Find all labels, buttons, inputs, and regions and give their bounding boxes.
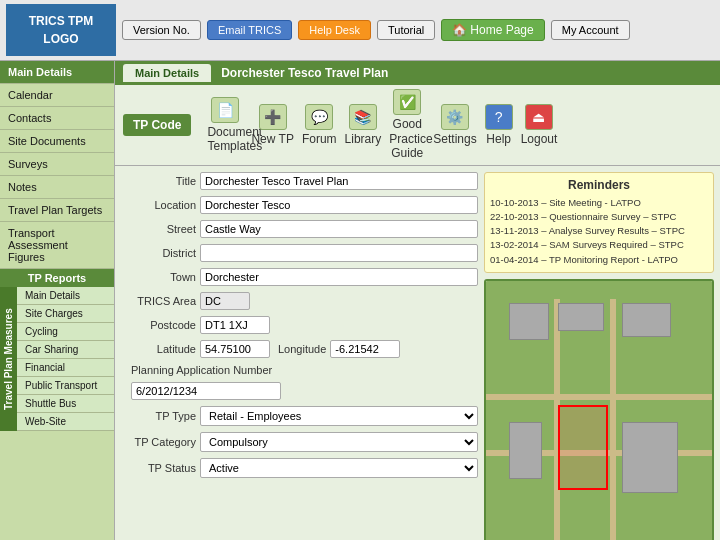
street-row: Street <box>121 220 478 238</box>
help-btn[interactable]: ? Help <box>485 104 513 146</box>
planning-app-row: Planning Application Number <box>131 364 478 400</box>
help-icon: ? <box>485 104 513 130</box>
tp-type-label: TP Type <box>121 410 196 422</box>
location-label: Location <box>121 199 196 211</box>
logout-btn[interactable]: ⏏ Logout <box>521 104 558 146</box>
reminder-item-1: 10-10-2013 – Site Meeting - LATPO <box>490 196 708 210</box>
reminder-item-4: 13-02-2014 – SAM Surveys Required – STPC <box>490 238 708 252</box>
email-trics-btn[interactable]: Email TRICS <box>207 20 292 40</box>
reminder-item-3: 13-11-2013 – Analyse Survey Results – ST… <box>490 224 708 238</box>
tpm-item-public-transport[interactable]: Public Transport <box>17 377 114 395</box>
tpm-item-shuttle-bus[interactable]: Shuttle Bus <box>17 395 114 413</box>
longitude-label: Longitude <box>278 343 326 355</box>
library-btn[interactable]: 📚 Library <box>345 104 382 146</box>
trics-area-label: TRICS Area <box>121 295 196 307</box>
town-input[interactable] <box>200 268 478 286</box>
tp-category-label: TP Category <box>121 436 196 448</box>
map-aerial <box>486 281 712 540</box>
doc-templates-btn[interactable]: 📄 Document Templates <box>207 97 243 154</box>
my-account-btn[interactable]: My Account <box>551 20 630 40</box>
sidebar: Main Details Calendar Contacts Site Docu… <box>0 61 115 540</box>
trics-area-input[interactable] <box>200 292 250 310</box>
sidebar-item-main-details[interactable]: Main Details <box>0 61 114 84</box>
logo-line2: LOGO <box>43 32 78 46</box>
sidebar-item-surveys[interactable]: Surveys <box>0 153 114 176</box>
planning-app-label: Planning Application Number <box>131 364 272 376</box>
building-1 <box>509 303 550 340</box>
right-panel: Reminders 10-10-2013 – Site Meeting - LA… <box>484 172 714 540</box>
district-row: District <box>121 244 478 262</box>
form-and-map: Title Location Street District Town <box>115 166 720 540</box>
top-bar: TRICS TPM LOGO Version No. Email TRICS H… <box>0 0 720 61</box>
planning-app-input[interactable] <box>131 382 281 400</box>
latitude-input[interactable] <box>200 340 270 358</box>
sidebar-item-travel-plan-targets[interactable]: Travel Plan Targets <box>0 199 114 222</box>
sidebar-item-notes[interactable]: Notes <box>0 176 114 199</box>
tutorial-btn[interactable]: Tutorial <box>377 20 435 40</box>
icon-toolbar: TP Code 📄 Document Templates ➕ New TP 💬 … <box>115 85 720 165</box>
title-input[interactable] <box>200 172 478 190</box>
travel-plan-measures: Travel Plan Measures Main Details Site C… <box>0 287 114 431</box>
postcode-input[interactable] <box>200 316 270 334</box>
good-practice-icon: ✅ <box>393 89 421 115</box>
postcode-label: Postcode <box>121 319 196 331</box>
reminders-box: Reminders 10-10-2013 – Site Meeting - LA… <box>484 172 714 273</box>
sidebar-item-site-documents[interactable]: Site Documents <box>0 130 114 153</box>
sidebar-item-calendar[interactable]: Calendar <box>0 84 114 107</box>
location-input[interactable] <box>200 196 478 214</box>
sidebar-item-contacts[interactable]: Contacts <box>0 107 114 130</box>
tp-status-row: TP Status Active <box>121 458 478 478</box>
road-vertical-2 <box>610 299 616 540</box>
document-icon: 📄 <box>211 97 239 123</box>
sidebar-item-transport-assessment[interactable]: Transport Assessment Figures <box>0 222 114 269</box>
library-icon: 📚 <box>349 104 377 130</box>
latitude-label: Latitude <box>121 343 196 355</box>
logo-line1: TRICS TPM <box>29 14 94 28</box>
version-btn[interactable]: Version No. <box>122 20 201 40</box>
content-header: Main Details Dorchester Tesco Travel Pla… <box>115 61 720 85</box>
tpm-items-list: Main Details Site Charges Cycling Car Sh… <box>17 287 114 431</box>
tp-type-row: TP Type Retail - Employees <box>121 406 478 426</box>
tpm-item-site-charges[interactable]: Site Charges <box>17 305 114 323</box>
settings-btn[interactable]: ⚙️ Settings <box>433 104 476 146</box>
reminder-item-5: 01-04-2014 – TP Monitoring Report - LATP… <box>490 253 708 267</box>
title-row: Title <box>121 172 478 190</box>
tp-type-select[interactable]: Retail - Employees <box>200 406 478 426</box>
tpm-item-web-site[interactable]: Web-Site <box>17 413 114 431</box>
reminders-title: Reminders <box>490 178 708 192</box>
logo: TRICS TPM LOGO <box>6 4 116 56</box>
tp-status-select[interactable]: Active <box>200 458 478 478</box>
tpm-item-car-sharing[interactable]: Car Sharing <box>17 341 114 359</box>
home-icon: 🏠 <box>452 23 467 37</box>
town-row: Town <box>121 268 478 286</box>
logout-icon: ⏏ <box>525 104 553 130</box>
district-label: District <box>121 247 196 259</box>
tp-reports-header: TP Reports <box>0 269 114 287</box>
street-input[interactable] <box>200 220 478 238</box>
help-desk-btn[interactable]: Help Desk <box>298 20 371 40</box>
road-horizontal <box>486 394 712 400</box>
building-4 <box>509 422 543 479</box>
form-section: Title Location Street District Town <box>121 172 478 540</box>
new-tp-icon: ➕ <box>259 104 287 130</box>
site-outline <box>558 405 608 490</box>
trics-area-row: TRICS Area <box>121 292 478 310</box>
building-5 <box>622 422 679 493</box>
good-practice-btn[interactable]: ✅ Good Practice Guide <box>389 89 425 160</box>
location-row: Location <box>121 196 478 214</box>
tpm-item-main-details[interactable]: Main Details <box>17 287 114 305</box>
tp-category-row: TP Category Compulsory <box>121 432 478 452</box>
tab-main-details[interactable]: Main Details <box>123 64 211 82</box>
tpm-item-cycling[interactable]: Cycling <box>17 323 114 341</box>
tp-category-select[interactable]: Compulsory <box>200 432 478 452</box>
tp-status-label: TP Status <box>121 462 196 474</box>
tpm-item-financial[interactable]: Financial <box>17 359 114 377</box>
district-input[interactable] <box>200 244 478 262</box>
map-box: Area of Travel Plan <box>484 279 714 540</box>
longitude-input[interactable] <box>330 340 400 358</box>
settings-icon: ⚙️ <box>441 104 469 130</box>
home-page-btn[interactable]: 🏠 Home Page <box>441 19 544 41</box>
forum-btn[interactable]: 💬 Forum <box>302 104 337 146</box>
latlong-row: Latitude Longitude <box>121 340 478 358</box>
new-tp-btn[interactable]: ➕ New TP <box>251 104 293 146</box>
